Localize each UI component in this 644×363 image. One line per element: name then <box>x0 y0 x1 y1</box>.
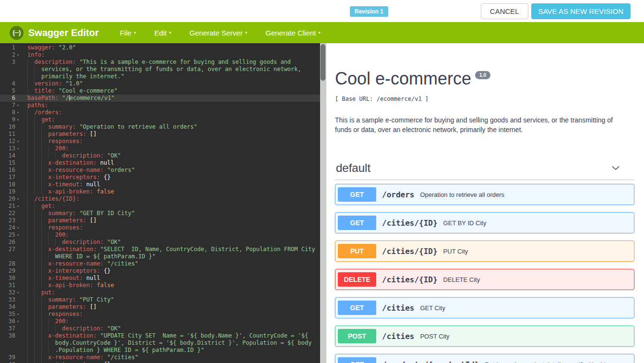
code-line[interactable]: 1swagger: "2.0" <box>0 44 320 51</box>
code-text: version: "1.0" <box>22 80 83 87</box>
code-line[interactable]: 14 description: "OK" <box>0 152 320 159</box>
menu-file[interactable]: File▾ <box>120 29 136 37</box>
code-line[interactable]: 40 x-interceptors: {} <box>0 361 320 363</box>
chevron-down-icon[interactable] <box>610 163 621 173</box>
token-p: [] <box>86 303 97 310</box>
code-line[interactable]: 8▾ /orders: <box>0 109 320 116</box>
code-text: summary: "Operation to retrieve all orde… <box>22 123 197 131</box>
fold-spacer <box>15 66 22 73</box>
code-line[interactable]: 5 title: "Cool e-commerce" <box>0 87 320 95</box>
code-line[interactable]: 19 x-api-broken: false <box>0 188 320 195</box>
token-k: get: <box>41 116 55 123</box>
menu-generate-client[interactable]: Generate Client▾ <box>265 29 321 37</box>
operation-row-get[interactable]: GET/cities/{ID}GET BY ID City <box>335 212 634 233</box>
code-line[interactable]: 30 x-timeout: null <box>0 275 320 282</box>
code-line[interactable]: 39 x-resource-name: "/cities" <box>0 354 320 361</box>
code-line[interactable]: services, or the transmitting of funds o… <box>0 66 320 73</box>
code-line[interactable]: 11 parameters: [] <box>0 131 320 138</box>
operation-row-get[interactable]: GET/citiesGET City <box>335 297 634 318</box>
code-line[interactable]: body.CountryCode }', District = '${ body… <box>0 339 320 347</box>
code-line[interactable]: 12▾ responses: <box>0 138 320 145</box>
operation-row-get[interactable]: GET/products/{productId}Retrieves the pr… <box>335 354 634 363</box>
code-line[interactable]: 7▾paths: <box>0 102 320 109</box>
code-line[interactable]: .Population } WHERE ID = ${ pathParam.ID… <box>0 347 320 354</box>
code-line[interactable]: 21▾ get: <box>0 203 320 210</box>
fold-spacer <box>15 44 22 51</box>
code-line[interactable]: 24▾ responses: <box>0 224 320 231</box>
fold-icon[interactable]: ▾ <box>15 109 22 116</box>
editor-scrollbar[interactable] <box>320 43 326 363</box>
fold-icon[interactable]: ▾ <box>15 289 22 296</box>
editor-scrollbar-thumb[interactable] <box>321 44 325 81</box>
fold-icon[interactable]: ▾ <box>15 224 22 231</box>
fold-icon[interactable]: ▾ <box>15 203 22 210</box>
operation-row-get[interactable]: GET/ordersOperation to retrieve all orde… <box>335 184 634 205</box>
code-text: summary: "GET BY ID City" <box>22 210 135 217</box>
code-line[interactable]: 34 parameters: [] <box>0 303 320 311</box>
fold-icon[interactable]: ▾ <box>15 116 22 123</box>
code-line[interactable]: 20▾ /cities/{ID}: <box>0 195 320 203</box>
operation-row-post[interactable]: POST/citiesPOST City <box>335 326 634 347</box>
yaml-editor[interactable]: 1swagger: "2.0"2▾info:3 description: "Th… <box>0 43 326 363</box>
menu-generate-server[interactable]: Generate Server▾ <box>190 29 247 37</box>
code-line[interactable]: 6basePath: "/ecommerce/v1" <box>0 95 320 102</box>
code-line[interactable]: 2▾info: <box>0 51 320 59</box>
tag-section-header[interactable]: default <box>335 161 634 180</box>
fold-icon[interactable]: ▾ <box>15 231 22 239</box>
gutter: 21▾ <box>0 203 22 210</box>
code-line[interactable]: 35▾ responses: <box>0 311 320 318</box>
fold-icon[interactable]: ▾ <box>15 145 22 152</box>
fold-icon[interactable]: ▾ <box>15 138 22 145</box>
fold-icon[interactable]: ▾ <box>15 311 22 318</box>
gutter: 3 <box>0 59 22 66</box>
gutter: 26 <box>0 239 22 246</box>
token-k: /cities/{ID}: <box>34 195 79 202</box>
token-k: parameters: <box>48 217 86 224</box>
cancel-button[interactable]: CANCEL <box>481 3 528 19</box>
code-line[interactable]: 23 parameters: [] <box>0 217 320 224</box>
gutter: 28 <box>0 260 22 267</box>
menu-edit[interactable]: Edit▾ <box>154 29 171 37</box>
fold-spacer <box>15 325 22 332</box>
fold-icon[interactable]: ▾ <box>15 51 22 59</box>
code-text: x-timeout: null <box>22 275 100 282</box>
token-i <box>27 246 48 253</box>
code-line[interactable]: 18 x-timeout: null <box>0 181 320 188</box>
fold-icon[interactable]: ▾ <box>15 102 22 109</box>
code-line[interactable]: 38 x-destination: "UPDATE City SET Name … <box>0 332 320 339</box>
code-line[interactable]: 29 x-interceptors: {} <box>0 267 320 275</box>
token-s: "Operation to retrieve all orders" <box>79 123 197 130</box>
code-line[interactable]: 27 x-destination: "SELECT ID, Name, Coun… <box>0 246 320 253</box>
save-as-new-revision-button[interactable]: SAVE AS NEW REVISION <box>531 3 631 19</box>
code-line[interactable]: 17 x-interceptors: {} <box>0 174 320 181</box>
line-number: 8 <box>0 109 15 116</box>
code-line[interactable]: 31 x-api-broken: false <box>0 282 320 289</box>
fold-icon[interactable]: ▾ <box>15 318 22 325</box>
code-line[interactable]: 26 description: "OK" <box>0 239 320 246</box>
operation-row-delete[interactable]: DELETE/cities/{ID}DELETE City <box>335 269 634 290</box>
code-line[interactable]: primarily the internet." <box>0 73 320 80</box>
gutter: 30 <box>0 275 22 282</box>
token-s: "This is a sample e-commerce for buying … <box>79 59 291 65</box>
code-line[interactable]: 15 x-destination: null <box>0 159 320 167</box>
code-line[interactable]: 10 summary: "Operation to retrieve all o… <box>0 123 320 131</box>
code-line[interactable]: 16 x-resource-name: "orders" <box>0 167 320 174</box>
fold-icon[interactable]: ▾ <box>15 195 22 203</box>
code-line[interactable]: 36▾ 200: <box>0 318 320 325</box>
operation-row-put[interactable]: PUT/cities/{ID}PUT City <box>335 241 634 262</box>
code-line[interactable]: 33 summary: "PUT City" <box>0 296 320 303</box>
code-line[interactable]: 32▾ put: <box>0 289 320 296</box>
code-line[interactable]: 25▾ 200: <box>0 231 320 239</box>
code-line[interactable]: 9▾ get: <box>0 116 320 123</box>
code-line[interactable]: 13▾ 200: <box>0 145 320 152</box>
code-line[interactable]: 22 summary: "GET BY ID City" <box>0 210 320 217</box>
code-line[interactable]: WHERE ID = ${ pathParam.ID }" <box>0 253 320 260</box>
code-line[interactable]: 3 description: "This is a sample e-comme… <box>0 59 320 66</box>
code-line[interactable]: 28 x-resource-name: "/cities" <box>0 260 320 267</box>
tag-name: default <box>336 161 370 175</box>
code-line[interactable]: 4 version: "1.0" <box>0 80 320 87</box>
token-k: 200: <box>55 231 69 238</box>
code-text: x-interceptors: {} <box>22 267 110 275</box>
token-s: "OK" <box>107 152 121 159</box>
code-line[interactable]: 37 description: "OK" <box>0 325 320 332</box>
